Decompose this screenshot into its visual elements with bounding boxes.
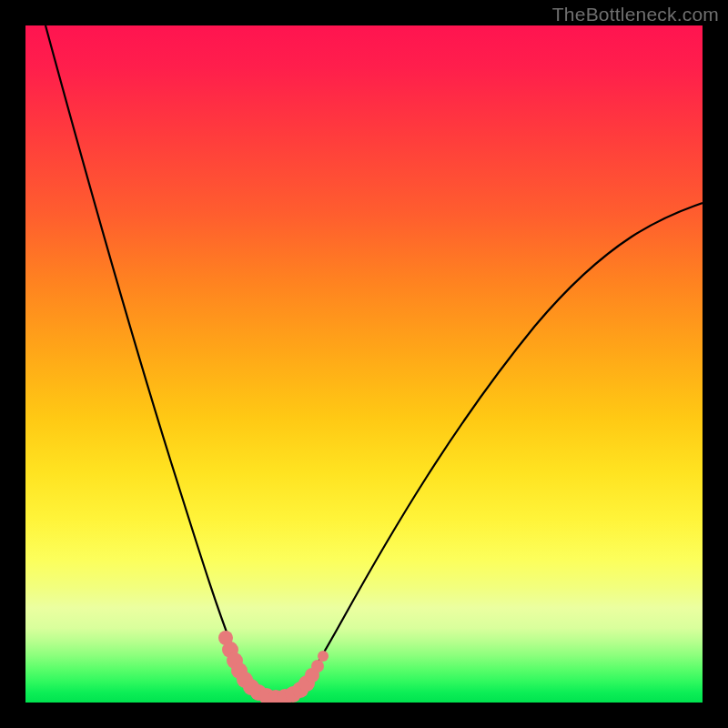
chart-svg [25,25,703,703]
marker-layer [218,631,329,703]
curve-layer [46,25,703,699]
marker-dot [311,660,324,672]
bottleneck-curve-right [298,203,703,693]
watermark-text: TheBottleneck.com [552,4,719,25]
chart-frame: TheBottleneck.com [0,0,728,728]
plot-area [25,25,703,703]
bottleneck-curve-left [46,25,255,690]
marker-dot [318,651,329,662]
